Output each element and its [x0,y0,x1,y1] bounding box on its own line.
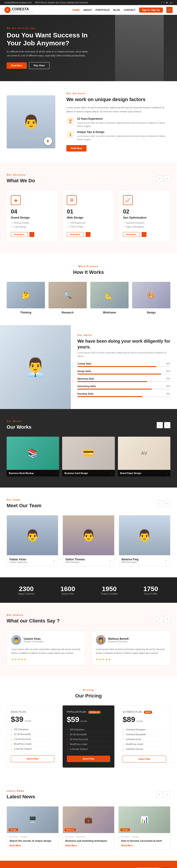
team-1-arrow-icon[interactable]: → [52,559,55,562]
work-2-label: Business Card Design → [62,470,115,476]
testimonials-next-button[interactable]: › [164,616,170,622]
hero-readmore-button[interactable]: Read More [7,62,27,69]
service-3-btn[interactable]: Read More [123,232,140,237]
service-2-item-2: PSD to HTML [67,225,110,229]
news-3-category: Design [120,828,130,831]
service-1-btn[interactable]: Read More [11,232,28,237]
ult-feat-2: Unlimited Bandwidth [123,732,166,737]
news-2-body: by Admin / Business Business and marketi… [63,833,114,849]
hero-play-button[interactable]: Play Video [29,62,49,69]
nav-portfolio[interactable]: PORTFOLIO [96,9,110,11]
pricing-popular-features: 500 Diskspace 50 Gb Bandwidth 30 Email A… [67,727,110,752]
news-next-button[interactable]: › [164,792,170,798]
whatwedo-next-button[interactable]: › [164,176,170,182]
news-1-link[interactable]: Read More → [9,844,56,847]
testi-card-2: 👩 Matheus Bertelli Business Executive Lo… [91,630,170,665]
team-3-arrow-icon[interactable]: → [165,559,168,562]
service-2-arrow-icon[interactable]: → [86,232,90,237]
step-1-name: Thinking [7,311,45,314]
service-3-arrow-icon[interactable]: → [142,232,146,237]
team-2-arrow-icon[interactable]: → [109,559,112,562]
news-1-meta: by Admin / Design [9,836,56,838]
about-section-label: Our Services [66,92,170,95]
team-1-text: Fabian Victor Project Supervisor [9,558,28,563]
testi-1-name: Usamm Khan [24,637,43,640]
team-1-role: Project Supervisor [9,561,28,563]
news-3-author: by Admin [121,836,129,838]
pricing-ultimate-btn[interactable]: Select Plan [123,756,166,763]
news-prev-button[interactable]: ‹ [157,792,163,798]
basic-feat-2: 10 Gb Bandwidth [11,732,54,737]
skill-2-fill [78,374,161,374]
cta-section: Consult Us! Consult Us! 🛒 [0,861,177,868]
news-2-link[interactable]: Read More → [65,844,112,847]
skill-4-pct: 80% [166,385,170,388]
service-2-items: Full Responsive PSD to HTML [67,221,110,229]
pricing-ultimate-features: Unlimited Diskspace Unlimited Bandwidth … [123,727,166,752]
hero-person-image [115,15,164,81]
counter-3: 1950 Project Complete [90,585,129,595]
work-card-1[interactable]: 📚 Business Book Mockup → [7,437,59,476]
team-1-name: Fabian Victor [9,558,28,561]
news-3-title: How to become successful at work [121,839,168,843]
work-card-2[interactable]: 💳 Business Card Design → [62,437,115,476]
nav-home[interactable]: HOME [72,9,80,11]
nav-contact[interactable]: CONTACT [124,9,136,11]
navbar: C CORESTA CREATIVE AGENCY HOME ABOUT POR… [0,5,177,15]
pricing-popular-badge: Popular [88,711,101,714]
testimonials-prev-button[interactable]: ‹ [157,616,163,622]
basic-feat-1: 150 Diskspace [11,727,54,732]
whatwedo-nav: ‹ › [157,176,170,182]
howworks-label: Work Process [79,265,99,268]
testi-1-stars: ★★★★★ [11,658,81,661]
services-grid: ◈ 04 Grand Design Mockup Design Logo Des… [7,190,170,242]
testi-2-text: Lorem ipsum dolor sit amet consectetur a… [96,647,166,655]
skill-1-fill [78,366,156,367]
pricing-popular-btn[interactable]: Select Plan [67,756,110,762]
logo: C CORESTA CREATIVE AGENCY [4,7,33,13]
signin-button[interactable]: Sign In / Sign Up [139,7,163,12]
service-2-btn[interactable]: Read More [67,232,84,237]
testi-card-1: 👨 Usamm Khan Product Coordinator Lorem i… [7,630,86,665]
service-card-1: ◈ 04 Grand Design Mockup Design Logo Des… [7,190,58,242]
team-prev-button[interactable]: ‹ [157,501,163,507]
nav-blog[interactable]: BLOG [113,9,120,11]
whatwedo-section: Our Services What We Do ‹ › ◈ 04 Grand D… [0,163,177,253]
about-feature-2: 💡 Unique Tips & Design Lorem ipsum dolor… [66,130,170,141]
googleplus-icon[interactable]: g+ [170,1,173,4]
pricing-basic-btn[interactable]: Select Plan [11,755,54,762]
skill-2: Design Skills 90% [78,370,170,374]
testi-1-info: Usamm Khan Product Coordinator [24,637,43,643]
twitter-icon[interactable]: t [164,1,165,4]
team-2-role: Web Designer [65,561,85,563]
team-2-text: Dalton Thomas Web Designer [65,558,85,563]
team-2-image: 👨 [63,516,114,555]
step-1: 🤔 Thinking [7,282,45,314]
pricing-ultimate-badge: Best [144,711,152,714]
about-readmore-button[interactable]: Read More [66,145,87,152]
works-next-button[interactable]: › [164,422,170,428]
youtube-icon[interactable]: ▶ [166,1,168,4]
ult-feat-3: Unlimited Email [123,737,166,742]
nav-about[interactable]: ABOUT [83,9,92,11]
works-prev-button[interactable]: ‹ [157,422,163,428]
about-play-button[interactable] [44,137,52,145]
facebook-icon[interactable]: f [161,1,162,4]
feature-2-desc: Lorem ipsum dolor sit amet consectetur a… [77,134,170,141]
team-card-2: 👨 Dalton Thomas Web Designer → [63,515,114,566]
news-3-image: 📊 Design [119,807,170,833]
work-1-image: 📚 [7,437,59,470]
work-2-name: Business Card Design [64,472,88,474]
step-4-emoji: 🎨 [132,282,170,308]
counter-1-num: 2300 [7,585,46,593]
testimonials-header: Our Clients What our Clients Say ? ‹ › [7,614,170,624]
work-card-3[interactable]: AV Brand Paper Design → [118,437,170,476]
cart-icon[interactable]: 🛒 [167,7,173,13]
testimonials-grid: 👨 Usamm Khan Product Coordinator Lorem i… [7,630,170,665]
news-3-link[interactable]: Read More → [121,844,168,847]
skill-2-bar [78,374,170,374]
whatwedo-prev-button[interactable]: ‹ [157,176,163,182]
team-next-button[interactable]: › [164,501,170,507]
counter-3-label: Project Complete [90,593,129,595]
service-1-arrow-icon[interactable]: → [29,232,34,237]
